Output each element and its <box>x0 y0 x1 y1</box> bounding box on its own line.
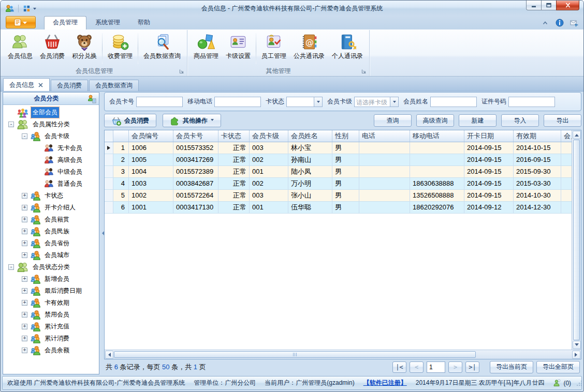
feedback-icon[interactable] <box>570 19 578 27</box>
registered-link[interactable]: 【软件已注册】 <box>363 379 407 387</box>
resize-grip-icon[interactable] <box>576 380 582 386</box>
ribbon-button-personal-contacts-icon[interactable]: 个人通讯录 <box>328 31 367 66</box>
tree-item[interactable]: +禁用会员 <box>3 309 99 321</box>
tree-item[interactable]: +卡状态 <box>3 190 99 202</box>
tree-expander-icon[interactable]: + <box>22 312 27 318</box>
tree-expander-icon[interactable]: + <box>22 300 27 306</box>
tree-item[interactable]: +会员余额 <box>3 344 99 356</box>
scroll-up-button[interactable] <box>573 131 581 139</box>
horizontal-scrollbar-thumb[interactable] <box>114 351 476 358</box>
last-page-button[interactable]: >| <box>465 361 479 373</box>
tree-expander-icon[interactable]: + <box>22 205 27 210</box>
action-button[interactable]: 导入 <box>501 114 539 127</box>
tree-expander-icon[interactable]: + <box>22 229 27 234</box>
tree-item[interactable]: -会员卡级 <box>3 130 99 142</box>
first-page-button[interactable]: |< <box>392 361 406 373</box>
ribbon-button-data-search-icon[interactable]: 会员数据查询 <box>140 31 184 66</box>
scroll-down-button[interactable] <box>573 341 581 349</box>
vertical-scrollbar-thumb[interactable] <box>573 140 580 340</box>
tree-item[interactable]: 中级会员 <box>3 166 99 178</box>
action-button[interactable]: 新建 <box>459 114 497 127</box>
ribbon-button-public-contacts-icon[interactable]: @公共通讯录 <box>290 31 328 66</box>
search-text-input[interactable] <box>136 97 183 107</box>
tree-item[interactable]: 普通会员 <box>3 178 99 190</box>
export-current-page-button[interactable]: 导出当前页 <box>490 361 533 373</box>
action-button[interactable]: 导出 <box>544 114 581 127</box>
column-header[interactable]: 会员姓名 <box>288 130 332 142</box>
tree-item[interactable]: +累计消费 <box>3 333 99 344</box>
toolbar-button[interactable]: 其他操作 <box>163 114 221 127</box>
document-tab[interactable]: 会员消费 <box>51 80 88 91</box>
tree-item[interactable]: 全部会员 <box>3 107 99 118</box>
category-settings-icon[interactable] <box>87 94 96 103</box>
export-all-pages-button[interactable]: 导出全部页 <box>536 361 580 373</box>
column-header[interactable]: 移动电话 <box>410 130 464 142</box>
action-button[interactable]: 高级查询 <box>416 114 454 127</box>
action-button[interactable]: 查询 <box>374 114 412 127</box>
column-header[interactable]: 性别 <box>332 130 359 142</box>
combo-dropdown-button[interactable] <box>390 97 398 107</box>
tree-expander-icon[interactable]: + <box>22 193 27 199</box>
ribbon-button-staff-icon[interactable]: 员工管理 <box>258 31 290 66</box>
tree-expander-icon[interactable]: + <box>22 240 27 246</box>
combo-dropdown-button[interactable] <box>314 97 322 107</box>
tree-item[interactable]: +累计充值 <box>3 321 99 333</box>
ribbon-tab-0[interactable]: 会员管理 <box>44 16 86 29</box>
tree-item[interactable]: 高级会员 <box>3 154 99 166</box>
tree-item[interactable]: -会员状态分类 <box>3 261 99 273</box>
next-page-button[interactable]: > <box>448 361 462 373</box>
search-text-input[interactable] <box>430 97 477 107</box>
search-text-input[interactable] <box>214 97 261 107</box>
toolbar-button[interactable]: 会员消费 <box>104 114 156 127</box>
tree-item[interactable]: +会员城市 <box>3 249 99 261</box>
search-combo[interactable]: 请选择卡级 <box>354 97 399 107</box>
ribbon-button-members-icon[interactable]: 会员信息 <box>4 31 36 66</box>
table-row[interactable]: 310040015572389正常001陆小凤男2014-09-152015-0… <box>105 166 572 178</box>
tree-item[interactable]: +会员民族 <box>3 225 99 237</box>
close-button[interactable] <box>556 1 579 10</box>
column-header[interactable]: 会员卡级 <box>250 130 288 142</box>
sidebar-splitter[interactable] <box>99 92 104 374</box>
column-header[interactable]: 电话 <box>359 130 410 142</box>
chevron-down-icon[interactable] <box>33 8 36 11</box>
ribbon-button-coins-icon[interactable]: 收费管理 <box>104 31 136 66</box>
horizontal-scrollbar[interactable] <box>105 350 581 359</box>
tree-item[interactable]: +会员省份 <box>3 237 99 249</box>
collapse-ribbon-icon[interactable] <box>541 19 549 27</box>
tree-expander-icon[interactable]: + <box>22 217 27 222</box>
close-tab-icon[interactable] <box>38 82 43 88</box>
tree-item[interactable]: +会员籍贯 <box>3 214 99 225</box>
tree-expander-icon[interactable]: + <box>22 252 27 258</box>
ribbon-button-products-icon[interactable]: 商品管理 <box>190 31 222 66</box>
ribbon-button-basket-icon[interactable]: 会员消费 <box>36 31 68 66</box>
tree-expander-icon[interactable]: - <box>8 122 14 127</box>
maximize-button[interactable] <box>541 1 556 10</box>
column-header[interactable]: 会员编号 <box>129 130 173 142</box>
quick-access-grid-icon[interactable] <box>23 5 31 12</box>
document-tab[interactable]: 会员信息 <box>3 78 50 91</box>
tree-expander-icon[interactable]: - <box>8 264 14 270</box>
search-text-input[interactable] <box>508 97 555 107</box>
dialog-launcher-icon[interactable] <box>361 69 367 74</box>
ribbon-button-teddy-icon[interactable]: 积分兑换 <box>68 31 100 66</box>
dialog-launcher-icon[interactable] <box>179 69 184 74</box>
ribbon-tab-2[interactable]: 帮助 <box>129 16 159 29</box>
table-row[interactable]: 510020015572264正常003张小山男135265088882014-… <box>105 190 572 202</box>
tree-expander-icon[interactable]: + <box>22 336 27 341</box>
scroll-right-button[interactable] <box>572 351 580 359</box>
column-header[interactable]: 会员卡号 <box>173 130 218 142</box>
info-icon[interactable] <box>556 19 564 27</box>
tree-item[interactable]: -会员属性分类 <box>3 118 99 130</box>
table-row[interactable]: 110060015573352正常003林小宝男2014-09-152014-1… <box>105 142 572 154</box>
tree-item[interactable]: +最后消费日期 <box>3 285 99 297</box>
scroll-left-button[interactable] <box>105 351 113 359</box>
tree-item[interactable]: +新增会员 <box>3 273 99 285</box>
column-header[interactable]: 卡状态 <box>218 130 250 142</box>
vertical-scrollbar[interactable] <box>572 130 581 350</box>
ribbon-tab-1[interactable]: 系统管理 <box>86 16 129 29</box>
tree-item[interactable]: +卡有效期 <box>3 297 99 309</box>
table-row[interactable]: 410030003842687正常002万小明男186306388882014-… <box>105 178 572 190</box>
application-menu-button[interactable] <box>6 16 36 28</box>
online-user-icon[interactable] <box>553 379 561 387</box>
ribbon-button-card-level-icon[interactable]: 卡级设置 <box>222 31 254 66</box>
